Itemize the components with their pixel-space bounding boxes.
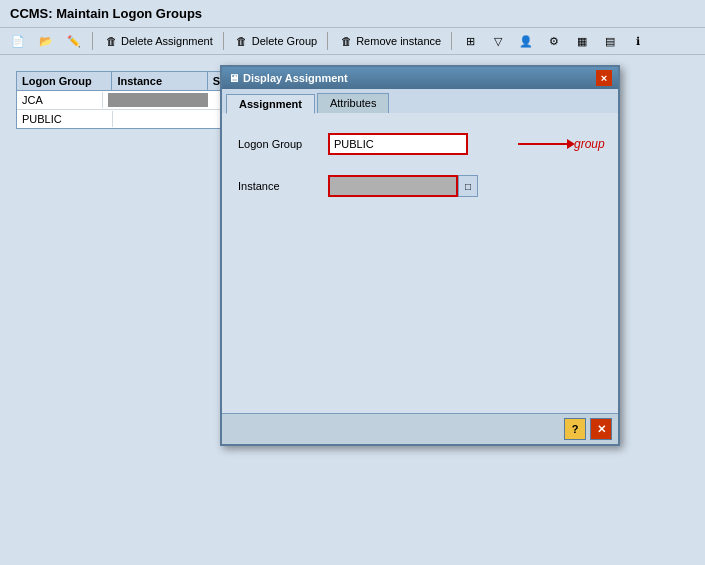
arrow-annotation: group	[518, 137, 605, 151]
main-content: Logon Group Instance Status JCA PUBLIC	[0, 55, 705, 560]
table-icon: ▦	[574, 33, 590, 49]
toolbar-separator-2	[223, 32, 224, 50]
delete-assignment-label: Delete Assignment	[121, 35, 213, 47]
info-icon: ℹ	[630, 33, 646, 49]
tab-attributes-label: Attributes	[330, 97, 376, 109]
icon-btn-5[interactable]: ▦	[570, 31, 594, 51]
toolbar-separator-3	[327, 32, 328, 50]
icon-btn-7[interactable]: ℹ	[626, 31, 650, 51]
trash-icon-2: 🗑	[234, 33, 250, 49]
tab-assignment[interactable]: Assignment	[226, 94, 315, 114]
new-icon: 📄	[10, 33, 26, 49]
trash-icon-1: 🗑	[103, 33, 119, 49]
toolbar-separator-1	[92, 32, 93, 50]
icon-btn-6[interactable]: ▤	[598, 31, 622, 51]
remove-instance-label: Remove instance	[356, 35, 441, 47]
tab-assignment-label: Assignment	[239, 98, 302, 110]
pencil-icon: ✏️	[66, 33, 82, 49]
footer-cancel-button[interactable]: ✕	[590, 418, 612, 440]
col-logon-group: Logon Group	[17, 72, 112, 90]
delete-group-label: Delete Group	[252, 35, 317, 47]
dialog-body: Logon Group group Instance □	[222, 113, 618, 413]
instance-gray-jca	[108, 93, 208, 107]
dialog-title-content: 🖥 Display Assignment	[228, 72, 348, 84]
instance-label: Instance	[238, 180, 328, 192]
remove-instance-button[interactable]: 🗑 Remove instance	[334, 31, 445, 51]
dialog-close-button[interactable]: ×	[596, 70, 612, 86]
arrow-label: group	[574, 137, 605, 151]
filter-icon: ▽	[490, 33, 506, 49]
instance-row: Instance □	[238, 175, 602, 197]
pencil-button[interactable]: ✏️	[62, 31, 86, 51]
instance-browse-button[interactable]: □	[458, 175, 478, 197]
toolbar-separator-4	[451, 32, 452, 50]
person-icon: 👤	[518, 33, 534, 49]
icon-btn-2[interactable]: ▽	[486, 31, 510, 51]
settings-icon: ⚙	[546, 33, 562, 49]
arrow-line	[518, 143, 568, 145]
instance-input[interactable]	[328, 175, 458, 197]
title-text: CCMS: Maintain Logon Groups	[10, 6, 202, 21]
delete-assignment-button[interactable]: 🗑 Delete Assignment	[99, 31, 217, 51]
open-icon: 📂	[38, 33, 54, 49]
logon-group-input-wrap	[328, 133, 468, 155]
icon-btn-3[interactable]: 👤	[514, 31, 538, 51]
logon-group-row: Logon Group group	[238, 133, 602, 155]
dialog-tabs: Assignment Attributes	[222, 89, 618, 113]
dialog-footer: ? ✕	[222, 413, 618, 444]
tab-attributes[interactable]: Attributes	[317, 93, 389, 113]
app-title: CCMS: Maintain Logon Groups	[0, 0, 705, 28]
col-instance: Instance	[112, 72, 207, 90]
logon-group-label: Logon Group	[238, 138, 328, 150]
cell-instance-public	[113, 117, 208, 121]
cell-instance-jca	[103, 91, 213, 109]
help-button[interactable]: ?	[564, 418, 586, 440]
new-button[interactable]: 📄	[6, 31, 30, 51]
instance-input-wrap: □	[328, 175, 478, 197]
dialog-title-bar: 🖥 Display Assignment ×	[222, 67, 618, 89]
logon-group-input[interactable]	[328, 133, 468, 155]
arrow-head	[567, 139, 575, 149]
icon-btn-4[interactable]: ⚙	[542, 31, 566, 51]
icon-btn-1[interactable]: ⊞	[458, 31, 482, 51]
dialog-icon: 🖥	[228, 72, 239, 84]
cell-group-public: PUBLIC	[17, 111, 113, 127]
display-assignment-dialog: 🖥 Display Assignment × Assignment Attrib…	[220, 65, 620, 446]
grid-icon: ⊞	[462, 33, 478, 49]
delete-group-button[interactable]: 🗑 Delete Group	[230, 31, 321, 51]
dialog-title-text: Display Assignment	[243, 72, 348, 84]
trash-icon-3: 🗑	[338, 33, 354, 49]
cell-group-jca: JCA	[17, 92, 103, 108]
layout-icon: ▤	[602, 33, 618, 49]
main-toolbar: 📄 📂 ✏️ 🗑 Delete Assignment 🗑 Delete Grou…	[0, 28, 705, 55]
open-button[interactable]: 📂	[34, 31, 58, 51]
